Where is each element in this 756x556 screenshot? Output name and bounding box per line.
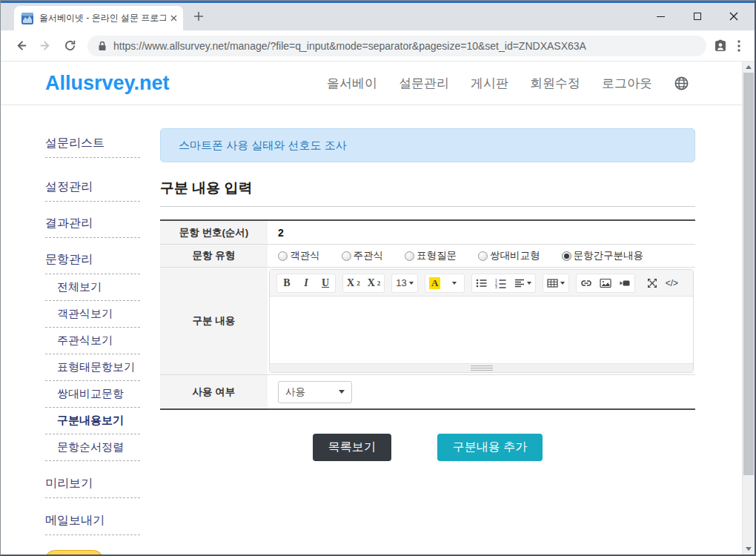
link-icon[interactable]	[577, 274, 596, 292]
sidebar-item-view-all[interactable]: 전체보기	[45, 280, 140, 301]
sidebar-item-view-separator[interactable]: 구분내용보기	[45, 414, 140, 434]
radio-separator-content[interactable]: 문항간구분내용	[562, 249, 644, 262]
scrollbar-thumb[interactable]	[743, 73, 754, 475]
chevron-down-icon	[452, 282, 457, 285]
main-content: 스마트폰 사용 실태와 선호도 조사 구분 내용 입력 문항 번호(순서) 2 …	[160, 128, 695, 461]
page-scrollbar[interactable]	[742, 62, 755, 555]
sidebar-item-view-multiple-choice[interactable]: 객관식보기	[45, 307, 140, 328]
bold-icon[interactable]: B	[277, 274, 296, 292]
font-color-dropdown[interactable]	[445, 274, 464, 292]
back-icon[interactable]	[11, 36, 30, 56]
globe-icon[interactable]	[674, 76, 689, 91]
use-status-row: 사용 여부 사용	[160, 375, 695, 408]
italic-icon[interactable]: I	[296, 274, 316, 292]
survey-title-banner: 스마트폰 사용 실태와 선호도 조사	[160, 128, 695, 162]
fullscreen-icon[interactable]	[643, 274, 662, 292]
chevron-down-icon	[560, 282, 565, 285]
sidebar-item-survey-list[interactable]: 설문리스트	[45, 136, 140, 158]
question-type-row: 문항 유형 객관식 주관식	[160, 245, 695, 268]
editor-resize-bar[interactable]	[270, 363, 693, 372]
sidebar-item-settings[interactable]: 설정관리	[45, 179, 140, 202]
table-dropdown-icon[interactable]	[543, 274, 568, 292]
subscript-icon[interactable]: X2	[364, 274, 385, 292]
radio-pairwise[interactable]: 쌍대비교형	[478, 249, 540, 262]
browser-window: 올서베이넷 - 온라인 설문 프로그	[0, 0, 756, 556]
underline-icon[interactable]: U	[316, 274, 335, 292]
nav-item-board[interactable]: 게시판	[471, 75, 508, 92]
tab-title: 올서베이넷 - 온라인 설문 프로그	[39, 12, 166, 24]
form-actions: 목록보기 구분내용 추가	[160, 434, 695, 461]
sidebar-item-questions[interactable]: 문항관리	[45, 252, 140, 274]
tab-bar: 올서베이넷 - 온라인 설문 프로그	[1, 3, 755, 30]
image-icon[interactable]	[596, 274, 615, 292]
svg-text:3: 3	[495, 285, 497, 288]
sidebar-item-pairwise[interactable]: 쌍대비교문항	[45, 387, 140, 408]
use-status-label: 사용 여부	[160, 375, 268, 408]
nav-item-allsurvey[interactable]: 올서베이	[327, 75, 377, 92]
scrollbar-down-icon[interactable]	[743, 543, 755, 554]
sidebar-item-view-open-ended[interactable]: 주관식보기	[45, 334, 140, 354]
radio-icon-checked[interactable]	[562, 251, 571, 261]
browser-tab[interactable]: 올서베이넷 - 온라인 설문 프로그	[14, 6, 183, 30]
url-text: https://www.allsurvey.net/manage/?file=q…	[113, 40, 586, 52]
radio-open-ended[interactable]: 주관식	[342, 249, 384, 262]
superscript-icon[interactable]: X2	[343, 274, 364, 292]
editor-toolbar: B I U X2 X2 13	[270, 270, 693, 297]
browser-toolbar: https://www.allsurvey.net/manage/?file=q…	[1, 30, 755, 62]
survey-title: 스마트폰 사용 실태와 선호도 조사	[179, 139, 347, 153]
radio-icon[interactable]	[405, 251, 414, 261]
sidebar-item-view-table-type[interactable]: 표형태문항보기	[45, 360, 140, 381]
editor-text-area[interactable]	[270, 297, 693, 363]
radio-icon[interactable]	[342, 251, 351, 261]
question-number-value: 2	[268, 221, 695, 244]
codeview-icon[interactable]: </>	[662, 274, 682, 292]
use-status-selected-value: 사용	[285, 385, 305, 399]
resize-grip-icon	[471, 365, 493, 371]
question-type-options: 객관식 주관식 표형질문	[278, 249, 643, 262]
forward-icon[interactable]	[36, 36, 55, 56]
site-logo[interactable]: Allusrvey.net	[45, 72, 170, 95]
close-icon[interactable]	[715, 3, 752, 30]
rich-text-editor: B I U X2 X2 13	[269, 269, 694, 373]
tab-close-icon[interactable]	[170, 15, 177, 21]
sidebar-item-question-order[interactable]: 문항순서정렬	[45, 440, 140, 461]
sidebar-item-preview[interactable]: 미리보기	[45, 476, 140, 498]
browser-actions	[714, 39, 740, 53]
sidebar: 설문리스트 설정관리 결과관리 문항관리 전체보기 객관식보기 주관식보기 표형…	[45, 136, 140, 555]
radio-multiple-choice[interactable]: 객관식	[278, 249, 320, 262]
page-title: 구분 내용 입력	[160, 179, 695, 207]
font-size-dropdown[interactable]: 13	[392, 274, 417, 292]
sidebar-item-results[interactable]: 결과관리	[45, 216, 140, 238]
webpage: Allusrvey.net 올서베이 설문관리 게시판 회원수정 로그아웃 설문…	[1, 62, 755, 555]
kebab-menu-icon[interactable]	[737, 40, 740, 52]
maximize-icon[interactable]	[679, 3, 715, 30]
radio-icon[interactable]	[478, 251, 488, 261]
minimize-icon[interactable]	[643, 3, 679, 30]
ordered-list-icon[interactable]: 123	[491, 274, 511, 292]
scrollbar-up-icon[interactable]	[743, 62, 755, 72]
separator-content-row: 구분 내용 B I U X2 X2	[160, 268, 695, 375]
nav-item-logout[interactable]: 로그아웃	[602, 75, 652, 92]
align-dropdown-icon[interactable]	[511, 274, 535, 292]
radio-table-question[interactable]: 표형질문	[405, 249, 457, 262]
nav-item-member-edit[interactable]: 회원수정	[530, 75, 580, 92]
lock-icon	[98, 41, 107, 51]
radio-icon[interactable]	[278, 251, 288, 261]
address-bar[interactable]: https://www.allsurvey.net/manage/?file=q…	[87, 36, 706, 56]
font-color-icon[interactable]: A	[425, 274, 445, 292]
sidebar-item-send-mail[interactable]: 메일보내기	[45, 513, 140, 535]
add-separator-button[interactable]: 구분내용 추가	[437, 434, 543, 461]
reload-icon[interactable]	[60, 36, 79, 56]
nav-item-survey-manage[interactable]: 설문관리	[399, 75, 449, 92]
question-type-label: 문항 유형	[160, 245, 268, 267]
new-tab-icon[interactable]	[193, 11, 204, 24]
top-navigation: 올서베이 설문관리 게시판 회원수정 로그아웃	[327, 75, 689, 92]
donate-button[interactable]: Donate	[45, 550, 103, 555]
unordered-list-icon[interactable]	[472, 274, 491, 292]
separator-form: 문항 번호(순서) 2 문항 유형 객관식 주관식	[160, 219, 695, 410]
profile-icon[interactable]	[714, 39, 727, 53]
video-icon[interactable]	[615, 274, 634, 292]
list-view-button[interactable]: 목록보기	[313, 434, 391, 461]
use-status-select[interactable]: 사용	[278, 381, 352, 403]
window-controls	[643, 3, 752, 30]
